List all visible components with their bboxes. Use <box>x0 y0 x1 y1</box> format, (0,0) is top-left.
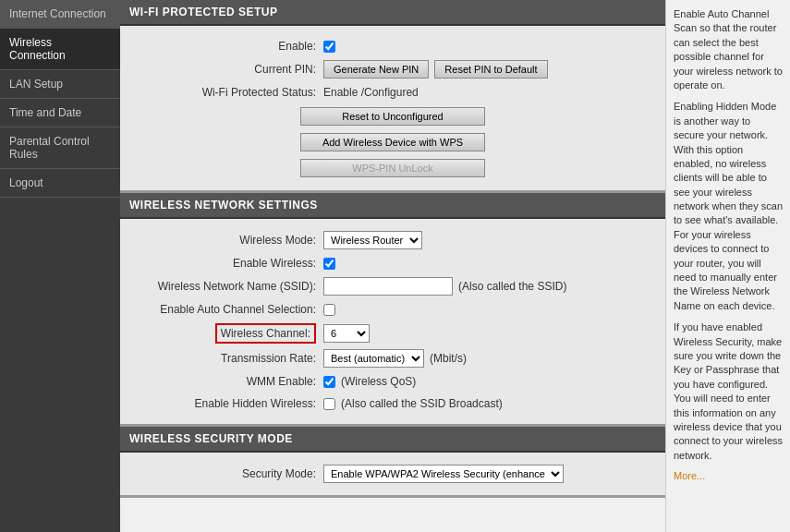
more-link[interactable]: More... <box>674 470 705 481</box>
current-pin-value: Generate New PIN Reset PIN to Default <box>323 60 656 79</box>
hidden-wireless-value: (Also called the SSID Broadcast) <box>323 397 656 410</box>
main-content: WI-FI PROTECTED SETUP Enable: Current PI… <box>120 0 665 532</box>
wps-body: Enable: Current PIN: Generate New PIN Re… <box>120 26 665 193</box>
security-mode-value: Enable WPA/WPA2 Wireless Security (enhan… <box>323 465 656 483</box>
sidebar-item-logout[interactable]: Logout <box>0 169 120 198</box>
enable-wireless-label: Enable Wireless: <box>120 257 323 270</box>
right-panel-text: Enabling Hidden Mode is another way to s… <box>674 100 783 313</box>
wireless-mode-label: Wireless Mode: <box>120 234 323 247</box>
auto-channel-row: Enable Auto Channel Selection: <box>120 298 665 320</box>
sidebar: Internet ConnectionWireless ConnectionLA… <box>0 0 120 532</box>
ssid-label: Wireless Network Name (SSID): <box>120 280 323 293</box>
wps-section: WI-FI PROTECTED SETUP Enable: Current PI… <box>120 0 665 193</box>
sidebar-item-lan-setup[interactable]: LAN Setup <box>0 70 120 99</box>
reset-pin-button[interactable]: Reset PIN to Default <box>434 60 547 79</box>
wireless-mode-row: Wireless Mode: Wireless Router Access Po… <box>120 228 665 252</box>
tx-rate-value: Best (automatic) 125.511 691218 24364854… <box>323 349 656 368</box>
ssid-input[interactable] <box>323 277 453 296</box>
wireless-network-section: WIRELESS NETWORK SETTINGS Wireless Mode:… <box>120 193 665 427</box>
auto-channel-checkbox[interactable] <box>323 304 335 316</box>
security-header: WIRELESS SECURITY MODE <box>120 427 665 453</box>
sidebar-item-wireless-connection[interactable]: Wireless Connection <box>0 29 120 70</box>
wireless-channel-label: Wireless Channel: <box>120 323 323 344</box>
status-label: Wi-Fi Protected Status: <box>120 86 323 99</box>
hidden-wireless-row: Enable Hidden Wireless: (Also called the… <box>120 393 665 415</box>
enable-label: Enable: <box>120 40 323 53</box>
current-pin-row: Current PIN: Generate New PIN Reset PIN … <box>120 57 665 81</box>
tx-rate-select[interactable]: Best (automatic) 125.511 691218 24364854 <box>323 349 424 368</box>
wireless-network-header: WIRELESS NETWORK SETTINGS <box>120 193 665 219</box>
tx-rate-unit: (Mbit/s) <box>430 352 467 365</box>
wireless-channel-value: 1234 5678 91011 <box>323 324 656 343</box>
ssid-value: (Also called the SSID) <box>323 277 656 296</box>
wireless-network-body: Wireless Mode: Wireless Router Access Po… <box>120 219 665 427</box>
add-wireless-row: Add Wireless Device with WPS <box>120 129 665 155</box>
auto-channel-value <box>323 304 656 316</box>
auto-channel-label: Enable Auto Channel Selection: <box>120 303 323 316</box>
ssid-note: (Also called the SSID) <box>458 280 566 293</box>
wmm-enable-row: WMM Enable: (Wireless QoS) <box>120 370 665 393</box>
wireless-channel-row: Wireless Channel: 1234 5678 91011 <box>120 320 665 346</box>
reset-unconfigured-row: Reset to Unconfigured <box>120 103 665 129</box>
security-body: Security Mode: Enable WPA/WPA2 Wireless … <box>120 453 665 498</box>
hidden-wireless-checkbox[interactable] <box>323 398 335 410</box>
wmm-enable-value: (Wireless QoS) <box>323 375 656 388</box>
status-value: Enable /Configured <box>323 86 656 99</box>
enable-wireless-checkbox[interactable] <box>323 258 335 270</box>
wireless-mode-select[interactable]: Wireless Router Access Point <box>323 231 422 249</box>
ssid-row: Wireless Network Name (SSID): (Also call… <box>120 274 665 298</box>
status-row: Wi-Fi Protected Status: Enable /Configur… <box>120 81 665 103</box>
sidebar-item-parental-control[interactable]: Parental Control Rules <box>0 127 120 169</box>
wps-header: WI-FI PROTECTED SETUP <box>120 0 665 26</box>
wmm-note: (Wireless QoS) <box>341 375 416 388</box>
hidden-wireless-note: (Also called the SSID Broadcast) <box>341 397 503 410</box>
reset-unconfigured-button[interactable]: Reset to Unconfigured <box>300 107 485 126</box>
right-panel-text: If you have enabled Wireless Security, m… <box>674 320 783 463</box>
security-section: WIRELESS SECURITY MODE Security Mode: En… <box>120 427 665 498</box>
wps-pin-unlock-button[interactable]: WPS-PIN UnLock <box>300 159 485 177</box>
channel-label-bordered: Wireless Channel: <box>215 323 316 344</box>
wps-pin-row: WPS-PIN UnLock <box>120 155 665 181</box>
right-panel: Enable Auto Channel Scan so that the rou… <box>665 0 790 532</box>
right-panel-text: Enable Auto Channel Scan so that the rou… <box>674 7 783 92</box>
security-mode-label: Security Mode: <box>120 467 323 480</box>
sidebar-item-internet-connection[interactable]: Internet Connection <box>0 0 120 29</box>
current-pin-label: Current PIN: <box>120 63 323 76</box>
enable-wireless-row: Enable Wireless: <box>120 252 665 274</box>
enable-value <box>323 41 656 53</box>
enable-checkbox[interactable] <box>323 41 335 53</box>
generate-pin-button[interactable]: Generate New PIN <box>323 60 429 79</box>
security-mode-row: Security Mode: Enable WPA/WPA2 Wireless … <box>120 462 665 486</box>
enable-row: Enable: <box>120 35 665 57</box>
add-wireless-button[interactable]: Add Wireless Device with WPS <box>300 133 485 151</box>
wireless-channel-select[interactable]: 1234 5678 91011 <box>323 324 370 343</box>
tx-rate-row: Transmission Rate: Best (automatic) 125.… <box>120 346 665 370</box>
wireless-mode-value: Wireless Router Access Point <box>323 231 656 249</box>
sidebar-item-time-date[interactable]: Time and Date <box>0 99 120 127</box>
status-text: Enable /Configured <box>323 86 419 99</box>
wmm-enable-label: WMM Enable: <box>120 375 323 388</box>
tx-rate-label: Transmission Rate: <box>120 352 323 365</box>
enable-wireless-value <box>323 258 656 270</box>
security-mode-select[interactable]: Enable WPA/WPA2 Wireless Security (enhan… <box>323 465 564 483</box>
hidden-wireless-label: Enable Hidden Wireless: <box>120 397 323 410</box>
wmm-checkbox[interactable] <box>323 376 335 388</box>
